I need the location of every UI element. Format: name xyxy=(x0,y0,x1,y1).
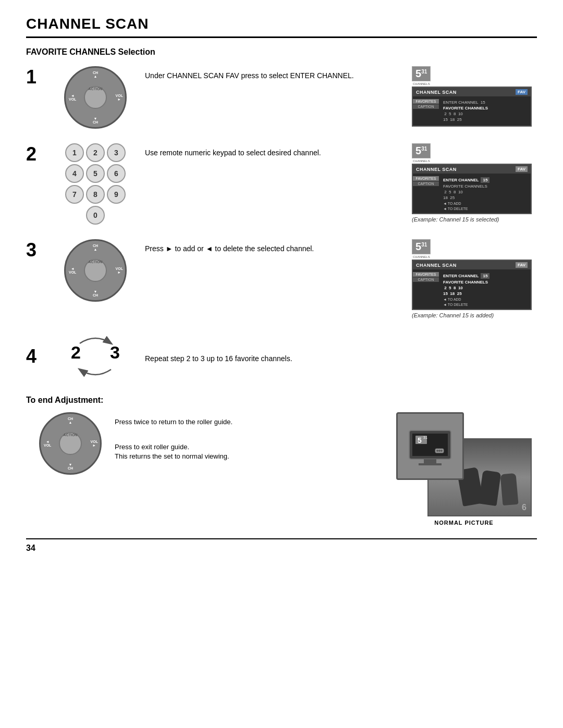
dial-ch-up-3: CH▲ xyxy=(93,244,98,251)
tv-add-arrow-3: ◄ TO ADD xyxy=(443,298,529,301)
key-7: 7 xyxy=(65,185,84,204)
end-text-1: Press twice to return to the roller guid… xyxy=(115,417,381,427)
end-heading: To end Adjustment: xyxy=(26,396,537,405)
dial-action-label-end: ACTION xyxy=(60,433,81,437)
menu-title-2: CHANNEL SCAN xyxy=(416,167,457,172)
svg-point-8 xyxy=(436,450,438,452)
key-9: 9 xyxy=(107,185,126,204)
dial-vol-right-3: VOL► xyxy=(116,267,123,274)
ch-badge-sup-2: 31 xyxy=(421,146,427,152)
svg-text:5: 5 xyxy=(418,436,422,445)
step-2-number: 2 xyxy=(26,143,51,165)
key-2: 2 xyxy=(86,143,105,162)
dial-ch-down-3: ▼CH xyxy=(93,290,98,297)
tv-row-2-0: ENTER CHANNEL 15 xyxy=(443,177,529,183)
step-3-diagram: CH▲ ▼CH ◄VOL VOL► ACTION xyxy=(51,239,140,302)
menu-title-3: CHANNEL SCAN xyxy=(416,263,457,268)
svg-point-9 xyxy=(438,450,440,452)
dial-vol-right-end: VOL► xyxy=(91,440,98,447)
tv-row-1-1: FAVORITE CHANNELS xyxy=(443,106,529,110)
tv-row-1-0: ENTER CHANNEL 15 xyxy=(443,100,529,105)
svg-rect-3 xyxy=(419,463,442,465)
tv-row-3-2: 2 5 8 10 xyxy=(443,286,529,290)
cycle-top-arrow-icon xyxy=(75,333,116,349)
tv-remote-graphic: 5 31 xyxy=(404,420,456,472)
end-section: To end Adjustment: CH▲ ▼CH ◄VOL VOL► ACT… xyxy=(26,396,537,526)
numpad: 1 2 3 4 5 6 7 8 9 0 xyxy=(65,143,126,225)
ch-badge-sup-1: 31 xyxy=(421,69,427,75)
fav-badge-1: FAV xyxy=(516,89,528,95)
tv-row-1-3: 15 18 25 xyxy=(443,117,529,122)
key-5: 5 xyxy=(86,164,105,183)
step-4-diagram: 2 3 xyxy=(51,333,140,380)
ch-badge-sup-3: 31 xyxy=(421,242,427,248)
tv-add-arrow-2: ◄ TO ADD xyxy=(443,202,529,205)
end-left: CH▲ ▼CH ◄VOL VOL► ACTION Press twice to … xyxy=(26,412,381,477)
svg-text:31: 31 xyxy=(423,436,427,439)
example-caption-3: (Example: Channel 15 is added) xyxy=(412,312,494,318)
step-1-diagram: CH▲ ▼CH ◄VOL VOL► ACTION xyxy=(51,66,140,129)
tv-row-2-1: FAVORITE CHANNELS xyxy=(443,184,529,189)
tv-row-1-2: 2 5 8 10 xyxy=(443,112,529,116)
step-3-screen: 5 31 CHANNELS CHANNEL SCAN FAV FAVORITES… xyxy=(412,239,537,318)
cycle-bottom-arrow-icon xyxy=(75,364,116,380)
step-2-screen: 5 31 CHANNELS CHANNEL SCAN FAV FAVORITES… xyxy=(412,143,537,223)
tv-screen-1: CHANNEL SCAN FAV FAVORITES CAPTION ENTER… xyxy=(412,87,532,127)
step-2-diagram: 1 2 3 4 5 6 7 8 9 0 xyxy=(51,143,140,225)
step-1-screen: 5 31 CHANNELS CHANNEL SCAN FAV FAVORITES… xyxy=(412,66,537,127)
channels-label-3: CHANNELS xyxy=(413,255,430,258)
page-title: CHANNEL SCAN xyxy=(26,16,537,38)
step-4-text: Repeat step 2 to 3 up to 16 favorite cha… xyxy=(140,349,537,364)
end-text-2: Press to exit roller guide. This returns… xyxy=(115,442,381,461)
step-2-row: 2 1 2 3 4 5 6 7 8 9 0 Use remote numeric… xyxy=(26,143,537,225)
key-3: 3 xyxy=(107,143,126,162)
section-heading: FAVORITE CHANNELS Selection xyxy=(26,47,537,57)
step-4-row: 4 2 3 Repeat step 2 to 3 up to 16 favori… xyxy=(26,333,537,380)
example-caption-2: (Example: Channel 15 is selected) xyxy=(412,216,499,223)
dial-center-3: ACTION xyxy=(84,259,107,282)
svg-rect-2 xyxy=(424,459,436,463)
key-4: 4 xyxy=(65,164,84,183)
tv-row-3-3: 15 18 25 xyxy=(443,291,529,296)
tv-photo-container: 5 31 xyxy=(396,412,532,516)
end-row: CH▲ ▼CH ◄VOL VOL► ACTION Press twice to … xyxy=(26,412,537,526)
key-0: 0 xyxy=(86,206,105,225)
end-texts: Press twice to return to the roller guid… xyxy=(115,412,381,477)
step-1-text: Under CHANNEL SCAN FAV press to select E… xyxy=(140,66,412,81)
fav-badge-3: FAV xyxy=(516,262,528,268)
tv-screen-2: CHANNEL SCAN FAV FAVORITES CAPTION ENTER… xyxy=(412,164,532,214)
sidebar-favorites-2: FAVORITES xyxy=(413,176,439,181)
channels-label-1: CHANNELS xyxy=(413,82,430,85)
tv-row-3-1: FAVORITE CHANNELS xyxy=(443,280,529,285)
normal-picture-label: NORMAL PICTURE xyxy=(434,520,493,526)
dial-remote: CH▲ ▼CH ◄VOL VOL► ACTION xyxy=(64,66,127,129)
step-1-number: 1 xyxy=(26,66,51,88)
ch-badge-num-1: 5 xyxy=(415,68,421,80)
svg-point-10 xyxy=(440,450,443,452)
menu-title-1: CHANNEL SCAN xyxy=(416,90,457,95)
tv-row-3-0: ENTER CHANNEL 15 xyxy=(443,273,529,279)
dial-center-end: ACTION xyxy=(59,432,82,455)
tv-delete-arrow-2: ◄ TO DELETE xyxy=(443,207,529,211)
sidebar-favorites-3: FAVORITES xyxy=(413,272,439,277)
dial-vol-left-3: ◄VOL xyxy=(69,267,76,274)
ch-badge-num-2: 5 xyxy=(415,145,421,157)
key-6: 6 xyxy=(107,164,126,183)
key-8: 8 xyxy=(86,185,105,204)
dial-ch-down-end: ▼CH xyxy=(68,463,73,470)
step-1-row: 1 CH▲ ▼CH ◄VOL VOL► ACTION Under CHANNEL… xyxy=(26,66,537,129)
dial-action-label: ACTION xyxy=(85,87,106,91)
dial-vol-right: VOL► xyxy=(116,94,123,101)
step-3-row: 3 CH▲ ▼CH ◄VOL VOL► ACTION Press ► to ad… xyxy=(26,239,537,318)
page-number: 34 xyxy=(26,538,537,553)
dial-remote-3: CH▲ ▼CH ◄VOL VOL► ACTION xyxy=(64,239,127,302)
dial-remote-end: CH▲ ▼CH ◄VOL VOL► ACTION xyxy=(39,412,102,475)
channels-label-2: CHANNELS xyxy=(413,159,430,163)
step-2-text: Use remote numeric keypad to select desi… xyxy=(140,143,412,158)
ch-badge-num-3: 5 xyxy=(415,241,421,253)
dial-ch-up: CH▲ xyxy=(93,71,98,78)
dial-vol-left: ◄VOL xyxy=(69,94,76,101)
sidebar-caption-3: CAPTION xyxy=(413,277,439,282)
dial-ch-up-end: CH▲ xyxy=(68,417,73,424)
sidebar-caption-1: CAPTION xyxy=(413,104,439,109)
